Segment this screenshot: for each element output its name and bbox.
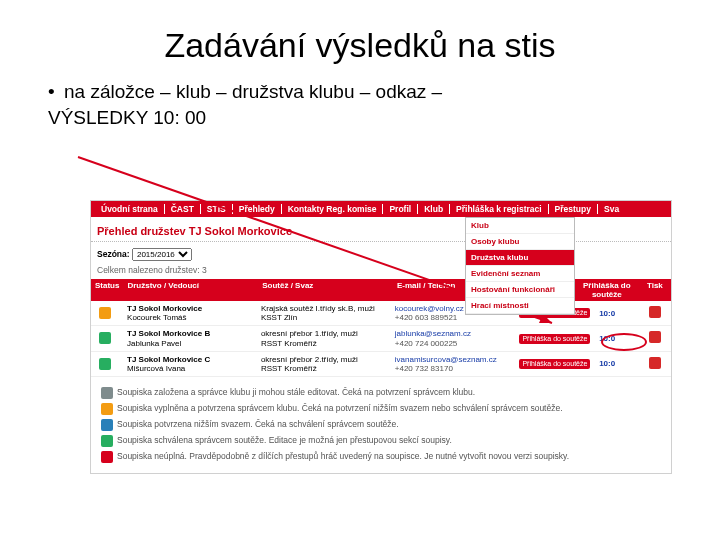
nav-item[interactable]: Přestupy: [549, 204, 598, 214]
status-icon: [99, 358, 111, 370]
nav-item[interactable]: Kontakty Reg. komise: [282, 204, 384, 214]
legend-item: Soupiska založena a správce klubu ji moh…: [97, 385, 665, 399]
legend: Soupiska založena a správce klubu ji moh…: [91, 377, 671, 473]
nav-item[interactable]: Přehledy: [233, 204, 282, 214]
top-nav[interactable]: Úvodní stranaČASTSTISPřehledyKontakty Re…: [91, 201, 671, 217]
bullet-text: •na záložce – klub – družstva klubu – od…: [48, 79, 680, 130]
klub-dropdown[interactable]: KlubOsoby klubuDružstva klubuEvidenční s…: [465, 217, 575, 315]
competition-cell: okresní přebor 2.třídy, mužiRSST Kroměří…: [257, 352, 391, 376]
table-row: TJ Sokol Morkovice CMišurcová Ivanaokres…: [91, 352, 671, 377]
soupiska-cell[interactable]: Přihláška do soutěže: [515, 331, 575, 347]
pdf-icon[interactable]: [649, 306, 661, 318]
legend-icon: [101, 419, 113, 431]
contact-cell: jablunka@seznam.cz+420 724 000225: [391, 326, 516, 350]
nav-item[interactable]: Přihláška k registraci: [450, 204, 549, 214]
pdf-icon[interactable]: [649, 331, 661, 343]
competition-cell: okresní přebor 1.třídy, mužiRSST Kroměří…: [257, 326, 391, 350]
legend-item: Soupiska vyplněna a potvrzena správcem k…: [97, 401, 665, 415]
legend-icon: [101, 435, 113, 447]
print-cell[interactable]: [639, 354, 671, 374]
legend-item: Soupiska potvrzena nižším svazem. Čeká n…: [97, 417, 665, 431]
count-text: Celkem nalezeno družstev: 3: [91, 265, 671, 279]
status-icon: [99, 332, 111, 344]
dropdown-item[interactable]: Družstva klubu: [466, 250, 574, 266]
dropdown-item[interactable]: Osoby klubu: [466, 234, 574, 250]
pdf-icon[interactable]: [649, 357, 661, 369]
team-cell[interactable]: TJ Sokol Morkovice CMišurcová Ivana: [123, 352, 257, 376]
season-row: Sezóna: 2015/2016: [91, 246, 671, 265]
print-cell[interactable]: [639, 303, 671, 323]
table-row: TJ Sokol MorkoviceKocourek TomášKrajská …: [91, 301, 671, 326]
table-header: Status Družstvo / Vedoucí Soutěž / Svaz …: [91, 279, 671, 301]
nav-item[interactable]: ČAST: [165, 204, 201, 214]
nav-item[interactable]: Profil: [383, 204, 418, 214]
nav-item[interactable]: Klub: [418, 204, 450, 214]
section-heading: Přehled družstev TJ Sokol Morkovice: [91, 217, 671, 241]
dropdown-item[interactable]: Hrací místnosti: [466, 298, 574, 314]
competition-cell: Krajská soutěž I.třídy sk.B, mužiKSST Zl…: [257, 301, 391, 325]
team-cell[interactable]: TJ Sokol Morkovice BJablunka Pavel: [123, 326, 257, 350]
nav-item[interactable]: STIS: [201, 204, 233, 214]
legend-icon: [101, 403, 113, 415]
contact-cell: ivanamisurcova@seznam.cz+420 732 83170: [391, 352, 516, 376]
legend-item: Soupiska schválena správcem soutěže. Edi…: [97, 433, 665, 447]
legend-icon: [101, 387, 113, 399]
legend-icon: [101, 451, 113, 463]
table-row: TJ Sokol Morkovice BJablunka Pavelokresn…: [91, 326, 671, 351]
highlight-ellipse: [601, 333, 647, 351]
season-select[interactable]: 2015/2016: [132, 248, 192, 261]
nav-item[interactable]: Sva: [598, 204, 625, 214]
status-icon: [99, 307, 111, 319]
score-link[interactable]: 10:0: [575, 356, 639, 371]
nav-item[interactable]: Úvodní strana: [95, 204, 165, 214]
team-cell[interactable]: TJ Sokol MorkoviceKocourek Tomáš: [123, 301, 257, 325]
legend-item: Soupiska neúplná. Pravděpodobně z dílčíc…: [97, 449, 665, 463]
dropdown-item[interactable]: Evidenční seznam: [466, 266, 574, 282]
slide-title: Zadávání výsledků na stis: [40, 26, 680, 65]
dropdown-item[interactable]: Hostování funkcionáři: [466, 282, 574, 298]
soupiska-cell[interactable]: Přihláška do soutěže: [515, 356, 575, 372]
screenshot-panel: Úvodní stranaČASTSTISPřehledyKontakty Re…: [90, 200, 672, 474]
dropdown-item[interactable]: Klub: [466, 218, 574, 234]
score-link[interactable]: 10:0: [575, 306, 639, 321]
